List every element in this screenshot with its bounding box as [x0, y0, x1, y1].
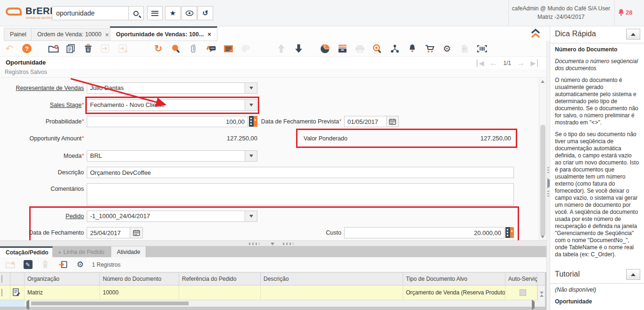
close-date-input[interactable] — [87, 227, 130, 238]
select-all-checkbox[interactable] — [1, 275, 2, 283]
grid-horizontal-scrollbar[interactable] — [0, 300, 545, 307]
column-header-numero-documento[interactable]: Número do Documento — [100, 273, 179, 286]
collapse-header-button[interactable] — [530, 28, 541, 40]
history-button[interactable]: ↺ — [198, 6, 213, 20]
grid-vertical-scrollbar[interactable] — [537, 286, 545, 300]
dropdown-button[interactable] — [245, 211, 257, 222]
status-group-label: Registros Salvos — [5, 69, 47, 75]
auto-servico-checkbox[interactable] — [520, 289, 526, 296]
expected-close-date-input[interactable] — [344, 116, 387, 127]
search-icon — [133, 11, 139, 16]
dropdown-button[interactable] — [245, 150, 257, 162]
scroll-down-icon[interactable] — [541, 236, 545, 238]
sales-rep-label[interactable]: Representante de Vendas — [0, 82, 84, 94]
field-help-paragraph-1: O número do documento é usualmente gerad… — [555, 77, 639, 126]
column-header-descricao[interactable]: Descrição — [261, 273, 403, 286]
report-button[interactable] — [223, 43, 234, 54]
row-icon-cell[interactable] — [10, 286, 25, 300]
first-record-button[interactable]: ◀ — [477, 59, 484, 67]
delete-record-button[interactable] — [83, 43, 94, 54]
detail-record-button[interactable] — [293, 43, 304, 54]
detail-settings-gear-icon[interactable]: ⚙ — [74, 259, 86, 270]
sales-rep-combo[interactable]: Julio Dantas — [87, 82, 257, 94]
order-label[interactable]: Pedido — [0, 211, 84, 222]
favorites-button[interactable]: ★ — [165, 6, 181, 20]
cost-input[interactable] — [344, 227, 504, 238]
chart-button[interactable] — [319, 43, 330, 54]
notifications-count: 28 — [626, 9, 632, 16]
row-checkbox[interactable] — [1, 289, 2, 296]
scroll-up-icon[interactable] — [541, 80, 545, 83]
column-header-auto-servico[interactable]: Auto-Serviço — [505, 273, 537, 286]
calculator-icon[interactable] — [249, 116, 257, 127]
zoom-across-button[interactable] — [372, 43, 383, 54]
detail-edit-button[interactable]: ✎ — [22, 259, 33, 270]
scroll-right-icon[interactable] — [532, 300, 535, 310]
brerp-logo[interactable]: BrERP SISTEMA DE GESTÃO EMPRESARIAL — [6, 5, 50, 22]
currency-combo[interactable]: BRL — [87, 150, 257, 162]
barcode-scanner-button[interactable] — [476, 43, 487, 54]
chat-button[interactable] — [205, 43, 216, 54]
comments-textarea[interactable] — [87, 183, 514, 205]
close-tab-icon[interactable]: × — [207, 31, 211, 38]
splitter-collapse-button[interactable] — [268, 242, 277, 246]
tab-painel[interactable]: Painel — [4, 28, 33, 41]
attachment-button[interactable] — [188, 43, 199, 54]
column-header-organizacao[interactable]: Organização — [25, 273, 100, 286]
quick-info-collapse-button[interactable] — [626, 29, 640, 40]
next-record-button[interactable]: → — [517, 58, 525, 68]
calendar-button[interactable] — [387, 116, 399, 127]
detail-tab-linha-de-pedido[interactable]: ▸Linha de Pedido — [53, 246, 111, 257]
previous-record-button[interactable]: ← — [490, 58, 498, 68]
scrollbar-thumb[interactable] — [540, 125, 545, 236]
find-button[interactable] — [170, 43, 182, 54]
alerts-button[interactable] — [406, 43, 418, 54]
calculator-icon[interactable] — [505, 227, 514, 238]
detail-zoom-button[interactable] — [57, 259, 68, 270]
help-button[interactable]: ? — [21, 43, 33, 54]
scrollbar-thumb[interactable] — [31, 302, 189, 305]
scroll-down-icon[interactable] — [540, 292, 544, 301]
column-header-tipo-documento-alvo[interactable]: Tipo de Documento Alvo — [403, 273, 505, 286]
table-row[interactable]: Matriz 10000 Orçamento de Venda (Reserva… — [0, 286, 537, 300]
copy-record-button[interactable] — [65, 43, 76, 54]
preferences-gear-icon[interactable]: ⚙ — [441, 43, 453, 54]
calendar-button[interactable] — [130, 227, 143, 238]
global-search-input[interactable] — [52, 6, 129, 20]
tutorial-collapse-button[interactable] — [626, 269, 640, 280]
tab-oportunidade-de-vendas[interactable]: Oportunidade de Vendas: 100... × — [110, 26, 217, 41]
sales-stage-label[interactable]: Sales Stage — [0, 99, 84, 111]
cart-button[interactable] — [424, 43, 435, 54]
recently-viewed-button[interactable] — [182, 6, 197, 20]
order-combo[interactable]: -1_10000_24/04/2017 — [87, 211, 257, 222]
sales-stage-combo[interactable]: Fechamento - Novo Cliente — [87, 99, 257, 111]
description-input[interactable] — [87, 167, 514, 178]
probability-input[interactable] — [87, 116, 248, 127]
panel-splitter[interactable] — [0, 240, 546, 246]
detail-tab-cotacao-pedido[interactable]: Cotação/Pedido — [0, 246, 53, 257]
comments-label: Comentários — [0, 183, 84, 195]
detail-zoom-icon — [58, 261, 67, 269]
dropdown-button[interactable] — [245, 82, 257, 94]
last-record-button[interactable]: ▶ — [530, 59, 538, 67]
new-record-button[interactable] — [48, 43, 59, 54]
menu-button[interactable] — [147, 6, 163, 20]
sidebar-splitter[interactable] — [546, 41, 550, 310]
requery-icon[interactable]: ↻ — [153, 43, 164, 54]
archive-button[interactable] — [337, 43, 348, 54]
dropdown-button[interactable] — [245, 99, 257, 111]
splitter-grip — [547, 191, 549, 197]
select-all-header[interactable] — [0, 273, 10, 286]
detail-tab-atividade[interactable]: Atividade — [111, 246, 146, 257]
tab-ordem-de-venda[interactable]: Ordem de Venda: 10000 × — [31, 28, 115, 41]
workflow-button[interactable] — [389, 43, 400, 54]
form-scrollbar[interactable] — [539, 78, 546, 240]
row-select-cell — [0, 286, 10, 300]
close-tab-icon[interactable]: × — [105, 31, 109, 38]
expected-close-date-label: Data de Fechamento Prevista — [258, 116, 341, 127]
user-info[interactable]: cafeAdmin @ Mundo do Café S/A User Matri… — [509, 4, 613, 21]
column-header-referencia-pedido[interactable]: Referência do Pedido — [179, 273, 261, 286]
notifications-button[interactable]: 28 — [618, 8, 632, 16]
search-button[interactable] — [128, 6, 144, 20]
scroll-left-icon[interactable] — [26, 300, 29, 310]
